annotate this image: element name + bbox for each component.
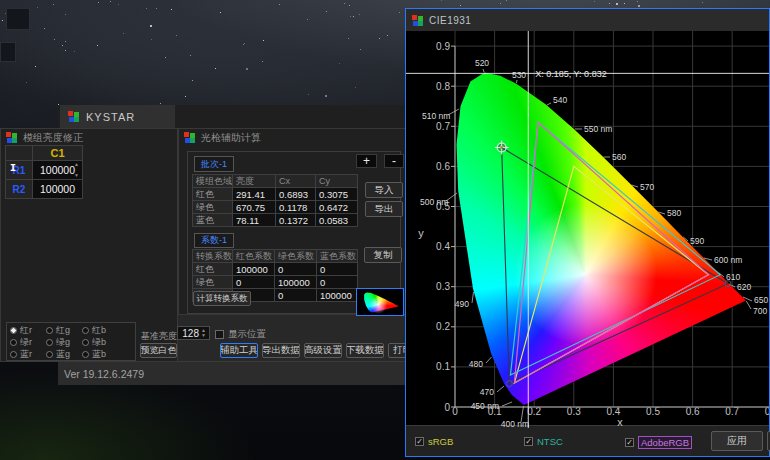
star xyxy=(151,39,152,40)
kystar-app-tab[interactable]: KYSTAR xyxy=(60,105,175,128)
radio-dot-icon xyxy=(82,327,89,334)
wavelength-label: 550 nm xyxy=(584,124,612,134)
radio-red-r[interactable]: 红r xyxy=(10,324,46,336)
cie-plot-area[interactable]: 00.10.20.30.40.50.60.70.800.10.20.30.40.… xyxy=(406,31,769,428)
coef-cell[interactable]: 0 xyxy=(274,262,317,276)
row-header-r2: R2 xyxy=(5,179,33,199)
spinner-arrows-icon[interactable]: ▲▼ xyxy=(200,328,207,338)
star xyxy=(160,103,161,104)
star xyxy=(123,33,124,34)
star xyxy=(185,96,186,97)
gamut-row-label: 红色 xyxy=(192,187,233,201)
coef-cell[interactable]: 0 xyxy=(316,262,358,276)
star xyxy=(65,14,66,15)
radio-red-g[interactable]: 红g xyxy=(46,324,82,336)
gamut-cell[interactable]: 0.6472 xyxy=(315,200,358,214)
star xyxy=(307,19,308,20)
gamut-cell[interactable]: 0.6893 xyxy=(275,187,316,201)
lightgun-calc-panel: 光枪辅助计算 批次-1 + - 模组色域 亮度 Cx Cy 红色 291.41 … xyxy=(178,128,418,315)
star xyxy=(387,35,388,36)
gamut-cell[interactable]: 0.1372 xyxy=(275,213,316,227)
row-header-r1: I R1 xyxy=(5,160,33,180)
star xyxy=(35,66,36,67)
download-data-button[interactable]: 下载数据 xyxy=(346,343,384,358)
calc-coef-button[interactable]: 计算转换系数 xyxy=(193,291,251,306)
r1-value-field[interactable]: 100000 ▲▼ xyxy=(32,160,83,180)
add-batch-button[interactable]: + xyxy=(356,154,377,168)
star xyxy=(360,49,361,50)
cursor-readout: X: 0.185, Y: 0.832 xyxy=(535,69,606,79)
apply-button[interactable]: 应用 xyxy=(711,431,763,451)
radio-blue-g[interactable]: 蓝g xyxy=(46,348,82,360)
radio-dot-icon xyxy=(10,327,17,334)
advanced-settings-button[interactable]: 高级设置 xyxy=(304,343,342,358)
spinner-arrows-icon[interactable]: ▲▼ xyxy=(73,162,80,178)
radio-green-r[interactable]: 绿r xyxy=(10,336,46,348)
coef-cell[interactable]: 0 xyxy=(274,288,317,302)
star xyxy=(220,12,221,13)
checkbox-icon: ✓ xyxy=(415,437,424,446)
coef-row-label: 红色 xyxy=(192,262,233,276)
radio-green-b[interactable]: 绿b xyxy=(82,336,122,348)
r2-value-field[interactable]: 100000 xyxy=(32,179,83,199)
radio-red-b[interactable]: 红b xyxy=(82,324,122,336)
gamut-row-label: 蓝色 xyxy=(192,213,233,227)
gamut-cell[interactable]: 670.75 xyxy=(232,200,276,214)
star xyxy=(165,57,166,58)
ntsc-checkbox[interactable]: ✓ NTSC xyxy=(524,436,563,447)
gamut-cell[interactable]: 291.41 xyxy=(232,187,276,201)
cie1931-window: CIE1931 00.10.20.30.40.50.60.70.800.10.2… xyxy=(405,8,770,457)
radio-green-g[interactable]: 绿g xyxy=(46,336,82,348)
srgb-checkbox[interactable]: ✓ sRGB xyxy=(415,436,453,447)
gamut-cell[interactable]: 78.11 xyxy=(232,213,276,227)
tab-coef-1[interactable]: 系数-1 xyxy=(194,233,234,248)
wavelength-label: 570 xyxy=(640,182,654,192)
cie-titlebar[interactable]: CIE1931 xyxy=(406,9,769,31)
gamut-header: Cx xyxy=(275,174,316,188)
gamut-triangle-sRGB xyxy=(514,166,708,383)
wavelength-label: 600 nm xyxy=(714,255,742,265)
star xyxy=(702,2,703,3)
preview-white-button[interactable]: 预览白色 xyxy=(140,343,177,358)
coef-cell[interactable]: 100000 xyxy=(316,288,358,302)
star xyxy=(263,40,264,41)
kystar-logo-icon xyxy=(68,111,79,122)
coef-cell[interactable]: 100000 xyxy=(232,262,275,276)
wavelength-label: 490 xyxy=(455,299,469,309)
star xyxy=(441,0,442,1)
wavelength-label: 620 xyxy=(737,282,751,292)
star xyxy=(353,16,354,17)
gamut-cell[interactable]: 0.0583 xyxy=(315,213,358,227)
wavelength-label: 540 xyxy=(553,95,567,105)
export-button[interactable]: 导出 xyxy=(365,201,403,217)
tab-batch-1[interactable]: 批次-1 xyxy=(194,156,234,172)
show-position-checkbox[interactable]: 显示位置 xyxy=(215,328,266,341)
gamut-table: 模组色域 亮度 Cx Cy 红色 291.41 0.6893 0.3075 绿色… xyxy=(193,175,358,227)
version-text: Ver 19.12.6.2479 xyxy=(64,368,144,380)
star xyxy=(37,7,38,8)
gamut-cell[interactable]: 0.3075 xyxy=(315,187,358,201)
coef-cell[interactable]: 100000 xyxy=(274,275,317,289)
remove-batch-button[interactable]: - xyxy=(384,154,404,168)
radio-blue-r[interactable]: 蓝r xyxy=(10,348,46,360)
coef-header: 蓝色系数 xyxy=(316,249,358,263)
gamut-header: 模组色域 xyxy=(192,174,233,188)
aux-tools-button[interactable]: 辅助工具 xyxy=(220,343,258,358)
star xyxy=(215,68,216,69)
wavelength-label: 520 xyxy=(475,58,489,68)
radio-dot-icon xyxy=(82,339,89,346)
cie-thumbnail[interactable] xyxy=(356,288,404,316)
star xyxy=(308,94,309,95)
coef-cell[interactable]: 0 xyxy=(232,275,275,289)
import-button[interactable]: 导入 xyxy=(365,182,403,198)
wavelength-label: 480 xyxy=(469,359,483,369)
copy-button[interactable]: 复制 xyxy=(364,247,402,263)
base-luminance-spinner[interactable]: 128 ▲▼ xyxy=(177,326,210,340)
adobergb-checkbox[interactable]: ✓ AdobeRGB xyxy=(625,436,692,449)
gamut-cell[interactable]: 0.1178 xyxy=(275,200,316,214)
wavelength-label: 470 xyxy=(480,387,494,397)
star xyxy=(146,8,147,9)
coef-cell[interactable]: 0 xyxy=(316,275,358,289)
export-data-button[interactable]: 导出数据 xyxy=(262,343,300,358)
radio-blue-b[interactable]: 蓝b xyxy=(82,348,122,360)
